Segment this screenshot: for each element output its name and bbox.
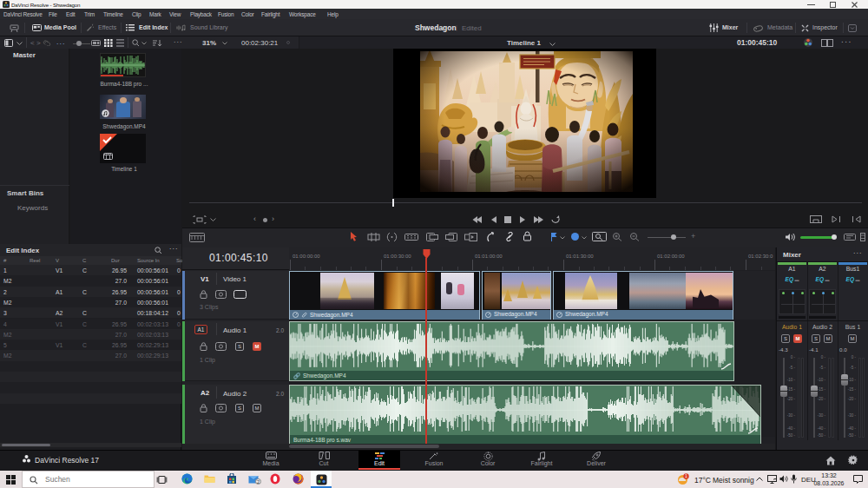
svg-text:2: 2	[257, 479, 260, 485]
svg-text:1: 1	[685, 473, 687, 478]
